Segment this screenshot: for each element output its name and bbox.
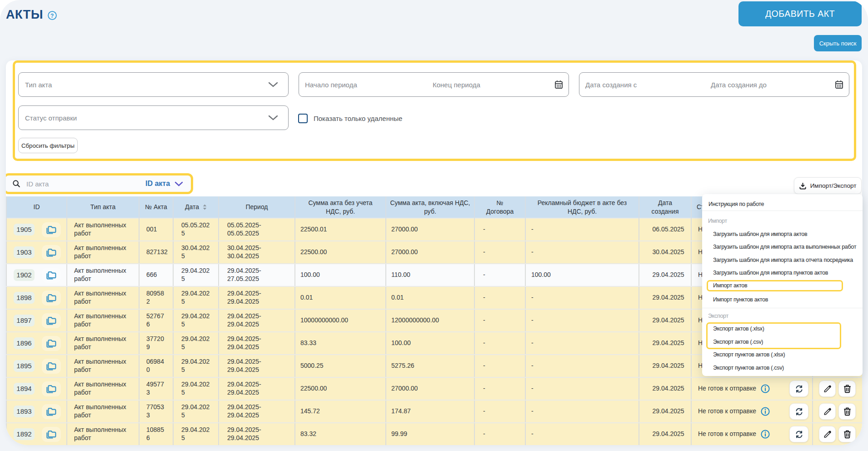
svg-text:?: ? [50,12,54,19]
